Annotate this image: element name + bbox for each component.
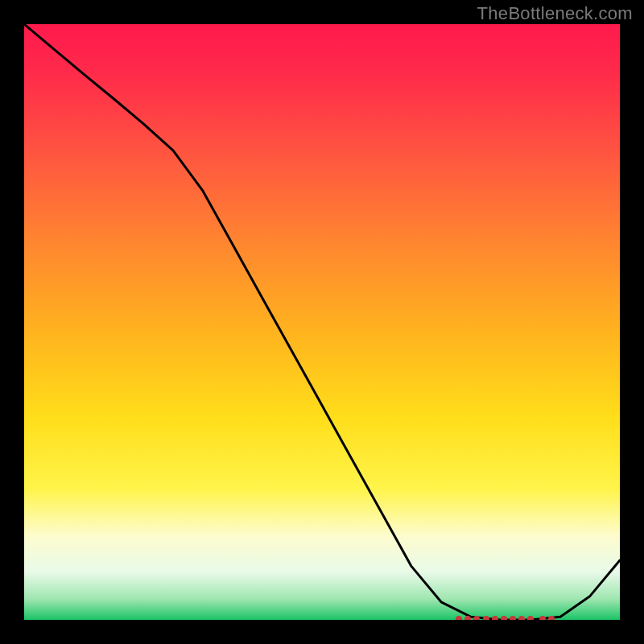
baseline-marker <box>501 616 507 620</box>
chart-canvas: TheBottleneck.com <box>0 0 644 644</box>
baseline-marker <box>510 616 516 620</box>
baseline-marker <box>548 616 555 620</box>
baseline-marker <box>492 616 498 620</box>
plot-area <box>24 24 620 620</box>
baseline-marker <box>464 616 471 620</box>
watermark-text: TheBottleneck.com <box>477 3 633 24</box>
baseline-markers <box>24 24 620 620</box>
baseline-marker <box>483 616 489 620</box>
baseline-marker <box>527 616 534 620</box>
baseline-marker <box>456 616 462 620</box>
baseline-marker <box>539 616 546 620</box>
baseline-marker <box>473 616 480 620</box>
baseline-marker <box>518 616 525 620</box>
